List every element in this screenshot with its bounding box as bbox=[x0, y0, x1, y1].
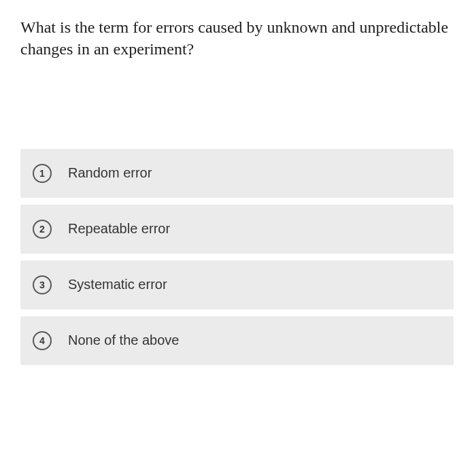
option-number-badge: 2 bbox=[33, 220, 52, 239]
option-number-badge: 4 bbox=[33, 331, 52, 350]
option-4[interactable]: 4 None of the above bbox=[20, 316, 454, 365]
options-list: 1 Random error 2 Repeatable error 3 Syst… bbox=[20, 149, 454, 365]
option-number-badge: 3 bbox=[33, 275, 52, 294]
option-1[interactable]: 1 Random error bbox=[20, 149, 454, 198]
question-text: What is the term for errors caused by un… bbox=[20, 16, 454, 61]
option-2[interactable]: 2 Repeatable error bbox=[20, 205, 454, 254]
option-label: Repeatable error bbox=[68, 221, 170, 237]
option-label: Random error bbox=[68, 165, 152, 181]
option-label: Systematic error bbox=[68, 277, 167, 292]
option-label: None of the above bbox=[68, 333, 179, 348]
option-3[interactable]: 3 Systematic error bbox=[20, 260, 454, 309]
option-number-badge: 1 bbox=[33, 164, 52, 183]
